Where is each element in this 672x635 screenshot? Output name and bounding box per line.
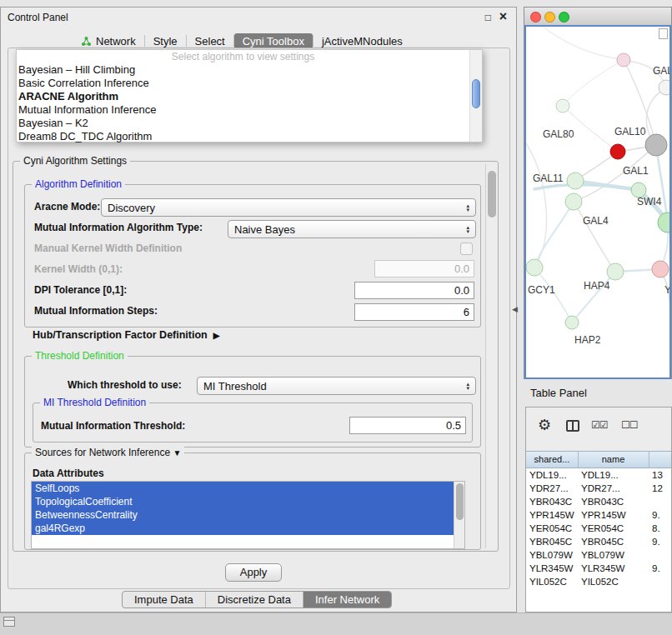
which-threshold-label: Which threshold to use: <box>68 379 182 391</box>
select-all-checkboxes-icon[interactable]: ☑☑ <box>591 419 608 431</box>
node-gal-top-right[interactable] <box>659 80 669 95</box>
tab-jactivemodules[interactable]: jActiveMNodules <box>313 33 411 49</box>
close-icon[interactable]: × <box>499 9 507 24</box>
popup-item[interactable]: Bayesian – Hill Climbing <box>18 63 135 77</box>
table-panel-window: ⚙ ☑☑ ☐☐ shared... name YDL19...YDL19...1… <box>525 407 672 612</box>
network-scrollbar-stub[interactable] <box>659 28 668 39</box>
gear-icon[interactable]: ⚙ <box>538 416 551 434</box>
table-row[interactable]: YBL079WYBL079W <box>526 548 671 562</box>
node-hap4[interactable] <box>607 263 624 280</box>
column-header[interactable]: shared... <box>526 454 578 464</box>
close-traffic-light[interactable] <box>530 12 541 22</box>
hub-section-toggle[interactable]: Hub/Transcription Factor Definition▶ <box>33 329 219 341</box>
zoom-traffic-light[interactable] <box>559 12 569 22</box>
data-attributes-list[interactable]: SelfLoops TopologicalCoefficient Between… <box>31 481 465 549</box>
node-hap2[interactable] <box>565 316 579 329</box>
node-label: GCY1 <box>528 284 555 296</box>
settings-scrollbar[interactable] <box>485 164 497 548</box>
minimize-traffic-light[interactable] <box>544 12 555 22</box>
network-graph[interactable]: GAL GAL80 GAL10 GAL11 GAL1 SWI4 GAL4 GCY… <box>526 27 669 378</box>
table-row[interactable]: YPR145WYPR145W9. <box>526 508 671 522</box>
settings-scrollbar-thumb[interactable] <box>488 171 496 218</box>
attributes-scrollbar-thumb[interactable] <box>456 483 464 520</box>
column-separator[interactable] <box>649 452 649 468</box>
sources-toggle[interactable]: Sources for Network Inference ▼ <box>32 447 184 458</box>
node-pink-right[interactable] <box>652 261 669 278</box>
popup-scrollbar-thumb[interactable] <box>472 79 480 108</box>
tab-cyni-toolbox[interactable]: Cyni Toolbox <box>234 33 313 49</box>
group-title: Algorithm Definition <box>32 178 125 190</box>
table-row[interactable]: YBR045CYBR045C9. <box>526 535 671 548</box>
dpi-tolerance-input[interactable] <box>354 282 474 299</box>
column-header[interactable]: name <box>579 454 648 464</box>
node-label: Y <box>664 284 669 296</box>
control-panel-window: Control Panel □ × Network Style Select C… <box>0 7 517 612</box>
mi-steps-label: Mutual Information Steps: <box>34 305 158 317</box>
node-gal11[interactable] <box>567 172 584 189</box>
popup-item-selected[interactable]: ARACNE Algorithm <box>18 90 118 103</box>
group-title: Cyni Algorithm Settings <box>20 155 130 167</box>
apply-button[interactable]: Apply <box>225 563 282 582</box>
data-attributes-label: Data Attributes <box>33 468 104 479</box>
table-row[interactable]: YBR043CYBR043C <box>526 495 671 508</box>
attributes-scrollbar[interactable] <box>454 482 464 548</box>
manual-kernel-checkbox[interactable] <box>460 242 473 255</box>
which-threshold-select[interactable]: MI Threshold ▴▾ <box>197 377 476 395</box>
tab-infer-network[interactable]: Infer Network <box>303 592 391 608</box>
mi-threshold-input[interactable] <box>349 417 466 434</box>
combo-arrows-icon: ▴▾ <box>461 225 469 233</box>
tab-style[interactable]: Style <box>145 33 186 49</box>
popup-scrollbar[interactable] <box>469 50 482 142</box>
network-canvas[interactable]: GAL GAL80 GAL10 GAL11 GAL1 SWI4 GAL4 GCY… <box>524 25 671 379</box>
combo-arrows-icon: ▴▾ <box>461 382 469 390</box>
node-label: GAL <box>653 65 669 77</box>
deselect-all-checkboxes-icon[interactable]: ☐☐ <box>621 419 638 431</box>
bottom-tabs: Impute Data Discretize Data Infer Networ… <box>122 591 392 608</box>
collapsed-arrow-icon: ▶ <box>208 331 220 340</box>
tab-discretize-data[interactable]: Discretize Data <box>205 592 303 608</box>
list-item[interactable]: gal4RGexp <box>32 522 456 535</box>
mi-type-select[interactable]: Naive Bayes ▴▾ <box>228 220 476 238</box>
splitter-grip[interactable]: ◀ <box>512 305 518 313</box>
node-gal10[interactable] <box>645 134 667 156</box>
node-gal4[interactable] <box>565 193 582 210</box>
kernel-width-input[interactable] <box>374 260 474 278</box>
tab-network[interactable]: Network <box>73 33 144 49</box>
table-row[interactable]: YIL052CYIL052C <box>526 575 671 588</box>
popup-item[interactable]: Bayesian – K2 <box>18 117 88 130</box>
node-label: GAL4 <box>583 215 609 227</box>
combo-arrows-icon: ▴▾ <box>461 203 469 212</box>
list-item[interactable]: TopologicalCoefficient <box>32 495 456 508</box>
popup-item[interactable]: Mutual Information Inference <box>18 103 156 117</box>
table-row[interactable]: YDR27...YDR27...12 <box>526 482 671 495</box>
popup-item[interactable]: Dream8 DC_TDC Algorithm <box>18 130 152 143</box>
node-pink-top[interactable] <box>617 53 630 67</box>
node-red[interactable] <box>610 144 625 159</box>
group-title: MI Threshold Definition <box>40 397 149 408</box>
tab-select[interactable]: Select <box>187 33 233 49</box>
window-title: Control Panel <box>8 12 68 23</box>
docked-panel-icon[interactable] <box>3 617 15 627</box>
tab-impute-data[interactable]: Impute Data <box>123 592 205 608</box>
float-window-icon[interactable]: □ <box>485 12 491 23</box>
manual-kernel-label: Manual Kernel Width Definition <box>34 242 182 254</box>
aracne-mode-label: Aracne Mode: <box>34 201 100 212</box>
table-row[interactable]: YLR345WYLR345W9. <box>526 562 671 575</box>
node-gcy1[interactable] <box>526 259 543 276</box>
table-row[interactable]: YDL19...YDL19...13 <box>526 468 671 482</box>
table-row[interactable]: YER054CYER054C8. <box>526 522 671 535</box>
mi-steps-input[interactable] <box>354 303 474 321</box>
node-label: GAL1 <box>623 165 649 177</box>
aracne-mode-select[interactable]: Discovery ▴▾ <box>101 198 476 217</box>
tab-label: Network <box>96 35 136 48</box>
node-gal80[interactable] <box>556 99 569 112</box>
columns-icon[interactable] <box>566 420 579 432</box>
tab-label: Style <box>153 35 178 48</box>
popup-item[interactable]: Basic Correlation Inference <box>18 77 149 90</box>
list-item[interactable]: BetweennessCentrality <box>32 508 456 522</box>
node-swi4[interactable] <box>658 212 669 232</box>
list-item[interactable]: SelfLoops <box>32 482 456 495</box>
node-label: SWI4 <box>637 196 662 208</box>
popup-prompt: Select algorithm to view settings <box>17 51 469 62</box>
tab-label: jActiveMNodules <box>322 35 403 48</box>
